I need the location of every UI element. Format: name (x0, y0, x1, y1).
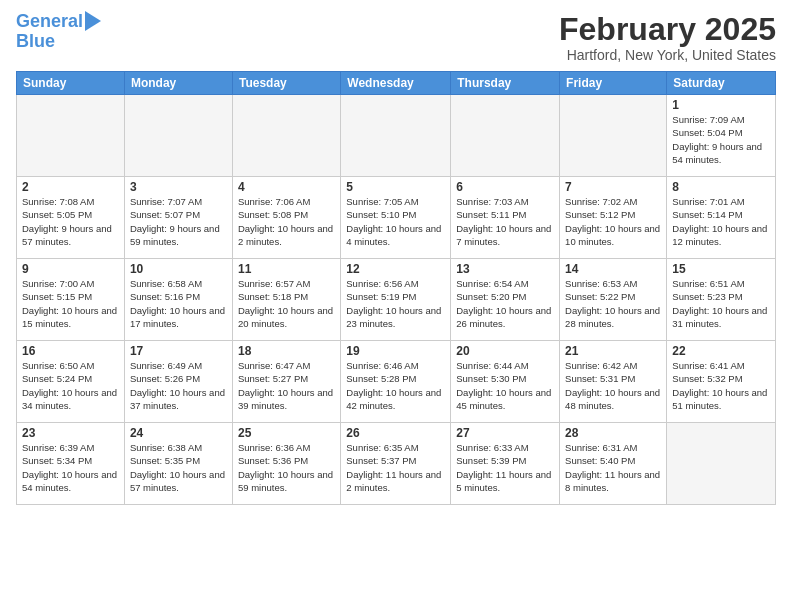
day-info: Sunrise: 7:08 AM Sunset: 5:05 PM Dayligh… (22, 195, 119, 248)
day-info: Sunrise: 6:53 AM Sunset: 5:22 PM Dayligh… (565, 277, 661, 330)
calendar-cell-w5d5: 27Sunrise: 6:33 AM Sunset: 5:39 PM Dayli… (451, 423, 560, 505)
calendar-cell-w3d3: 11Sunrise: 6:57 AM Sunset: 5:18 PM Dayli… (232, 259, 340, 341)
header-thursday: Thursday (451, 72, 560, 95)
day-info: Sunrise: 6:38 AM Sunset: 5:35 PM Dayligh… (130, 441, 227, 494)
calendar-cell-w4d2: 17Sunrise: 6:49 AM Sunset: 5:26 PM Dayli… (124, 341, 232, 423)
day-info: Sunrise: 7:00 AM Sunset: 5:15 PM Dayligh… (22, 277, 119, 330)
calendar-cell-w4d7: 22Sunrise: 6:41 AM Sunset: 5:32 PM Dayli… (667, 341, 776, 423)
day-number: 10 (130, 262, 227, 276)
calendar-cell-w4d3: 18Sunrise: 6:47 AM Sunset: 5:27 PM Dayli… (232, 341, 340, 423)
logo: General Blue (16, 12, 101, 52)
calendar-cell-w1d7: 1Sunrise: 7:09 AM Sunset: 5:04 PM Daylig… (667, 95, 776, 177)
day-number: 5 (346, 180, 445, 194)
header-wednesday: Wednesday (341, 72, 451, 95)
calendar-cell-w1d4 (341, 95, 451, 177)
day-number: 2 (22, 180, 119, 194)
day-info: Sunrise: 6:57 AM Sunset: 5:18 PM Dayligh… (238, 277, 335, 330)
day-info: Sunrise: 7:06 AM Sunset: 5:08 PM Dayligh… (238, 195, 335, 248)
subtitle: Hartford, New York, United States (559, 47, 776, 63)
day-number: 9 (22, 262, 119, 276)
day-info: Sunrise: 6:50 AM Sunset: 5:24 PM Dayligh… (22, 359, 119, 412)
calendar-cell-w3d5: 13Sunrise: 6:54 AM Sunset: 5:20 PM Dayli… (451, 259, 560, 341)
day-info: Sunrise: 6:36 AM Sunset: 5:36 PM Dayligh… (238, 441, 335, 494)
logo-arrow-icon (85, 11, 101, 31)
calendar-cell-w2d4: 5Sunrise: 7:05 AM Sunset: 5:10 PM Daylig… (341, 177, 451, 259)
calendar-cell-w3d2: 10Sunrise: 6:58 AM Sunset: 5:16 PM Dayli… (124, 259, 232, 341)
day-number: 26 (346, 426, 445, 440)
calendar-cell-w1d2 (124, 95, 232, 177)
day-number: 14 (565, 262, 661, 276)
day-info: Sunrise: 7:03 AM Sunset: 5:11 PM Dayligh… (456, 195, 554, 248)
calendar-cell-w5d4: 26Sunrise: 6:35 AM Sunset: 5:37 PM Dayli… (341, 423, 451, 505)
day-number: 19 (346, 344, 445, 358)
day-number: 20 (456, 344, 554, 358)
day-number: 24 (130, 426, 227, 440)
header-monday: Monday (124, 72, 232, 95)
day-info: Sunrise: 6:42 AM Sunset: 5:31 PM Dayligh… (565, 359, 661, 412)
calendar-cell-w2d7: 8Sunrise: 7:01 AM Sunset: 5:14 PM Daylig… (667, 177, 776, 259)
day-info: Sunrise: 6:41 AM Sunset: 5:32 PM Dayligh… (672, 359, 770, 412)
day-info: Sunrise: 7:05 AM Sunset: 5:10 PM Dayligh… (346, 195, 445, 248)
day-info: Sunrise: 6:33 AM Sunset: 5:39 PM Dayligh… (456, 441, 554, 494)
day-number: 15 (672, 262, 770, 276)
day-number: 12 (346, 262, 445, 276)
day-number: 21 (565, 344, 661, 358)
day-info: Sunrise: 6:46 AM Sunset: 5:28 PM Dayligh… (346, 359, 445, 412)
logo-text-line2: Blue (16, 32, 55, 52)
day-info: Sunrise: 7:09 AM Sunset: 5:04 PM Dayligh… (672, 113, 770, 166)
day-number: 1 (672, 98, 770, 112)
day-number: 25 (238, 426, 335, 440)
calendar-cell-w4d1: 16Sunrise: 6:50 AM Sunset: 5:24 PM Dayli… (17, 341, 125, 423)
day-number: 17 (130, 344, 227, 358)
calendar-cell-w3d7: 15Sunrise: 6:51 AM Sunset: 5:23 PM Dayli… (667, 259, 776, 341)
calendar-cell-w3d4: 12Sunrise: 6:56 AM Sunset: 5:19 PM Dayli… (341, 259, 451, 341)
day-info: Sunrise: 6:44 AM Sunset: 5:30 PM Dayligh… (456, 359, 554, 412)
day-number: 3 (130, 180, 227, 194)
calendar-cell-w2d6: 7Sunrise: 7:02 AM Sunset: 5:12 PM Daylig… (560, 177, 667, 259)
calendar-cell-w2d3: 4Sunrise: 7:06 AM Sunset: 5:08 PM Daylig… (232, 177, 340, 259)
day-number: 18 (238, 344, 335, 358)
calendar-cell-w5d2: 24Sunrise: 6:38 AM Sunset: 5:35 PM Dayli… (124, 423, 232, 505)
calendar-cell-w5d3: 25Sunrise: 6:36 AM Sunset: 5:36 PM Dayli… (232, 423, 340, 505)
day-info: Sunrise: 6:31 AM Sunset: 5:40 PM Dayligh… (565, 441, 661, 494)
day-number: 22 (672, 344, 770, 358)
header: General Blue February 2025 Hartford, New… (16, 12, 776, 63)
calendar-week-1: 1Sunrise: 7:09 AM Sunset: 5:04 PM Daylig… (17, 95, 776, 177)
day-info: Sunrise: 7:01 AM Sunset: 5:14 PM Dayligh… (672, 195, 770, 248)
day-info: Sunrise: 7:02 AM Sunset: 5:12 PM Dayligh… (565, 195, 661, 248)
calendar-cell-w1d1 (17, 95, 125, 177)
calendar-week-5: 23Sunrise: 6:39 AM Sunset: 5:34 PM Dayli… (17, 423, 776, 505)
day-number: 6 (456, 180, 554, 194)
calendar-cell-w1d5 (451, 95, 560, 177)
day-info: Sunrise: 6:39 AM Sunset: 5:34 PM Dayligh… (22, 441, 119, 494)
calendar-cell-w3d1: 9Sunrise: 7:00 AM Sunset: 5:15 PM Daylig… (17, 259, 125, 341)
header-friday: Friday (560, 72, 667, 95)
header-saturday: Saturday (667, 72, 776, 95)
day-number: 7 (565, 180, 661, 194)
day-info: Sunrise: 6:56 AM Sunset: 5:19 PM Dayligh… (346, 277, 445, 330)
day-number: 11 (238, 262, 335, 276)
calendar-cell-w5d1: 23Sunrise: 6:39 AM Sunset: 5:34 PM Dayli… (17, 423, 125, 505)
calendar-cell-w1d6 (560, 95, 667, 177)
day-info: Sunrise: 6:51 AM Sunset: 5:23 PM Dayligh… (672, 277, 770, 330)
calendar-cell-w5d7 (667, 423, 776, 505)
calendar-cell-w1d3 (232, 95, 340, 177)
day-number: 28 (565, 426, 661, 440)
calendar-cell-w5d6: 28Sunrise: 6:31 AM Sunset: 5:40 PM Dayli… (560, 423, 667, 505)
day-number: 8 (672, 180, 770, 194)
calendar-cell-w2d2: 3Sunrise: 7:07 AM Sunset: 5:07 PM Daylig… (124, 177, 232, 259)
header-sunday: Sunday (17, 72, 125, 95)
logo-text-line1: General (16, 12, 83, 32)
day-number: 13 (456, 262, 554, 276)
main-title: February 2025 (559, 12, 776, 47)
day-number: 27 (456, 426, 554, 440)
calendar-table: Sunday Monday Tuesday Wednesday Thursday… (16, 71, 776, 505)
day-number: 4 (238, 180, 335, 194)
calendar-cell-w2d5: 6Sunrise: 7:03 AM Sunset: 5:11 PM Daylig… (451, 177, 560, 259)
calendar-header-row: Sunday Monday Tuesday Wednesday Thursday… (17, 72, 776, 95)
header-tuesday: Tuesday (232, 72, 340, 95)
calendar-week-4: 16Sunrise: 6:50 AM Sunset: 5:24 PM Dayli… (17, 341, 776, 423)
day-info: Sunrise: 7:07 AM Sunset: 5:07 PM Dayligh… (130, 195, 227, 248)
day-number: 16 (22, 344, 119, 358)
calendar-cell-w2d1: 2Sunrise: 7:08 AM Sunset: 5:05 PM Daylig… (17, 177, 125, 259)
